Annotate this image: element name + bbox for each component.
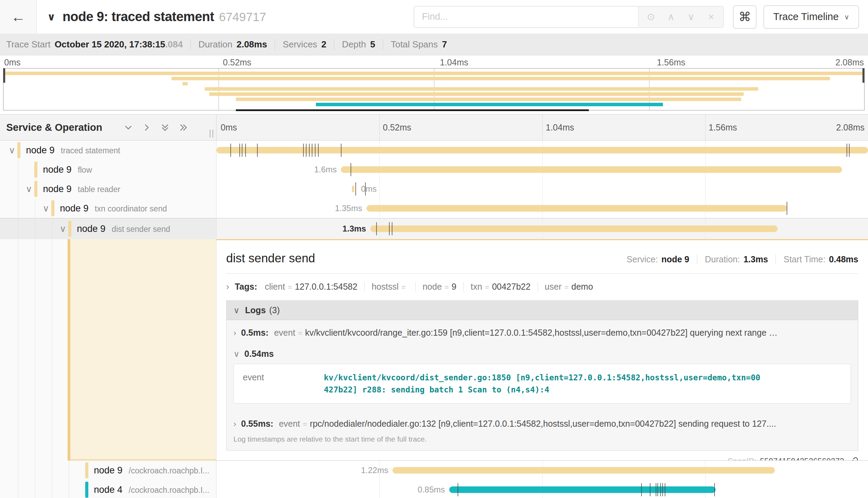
indent-guide bbox=[52, 218, 52, 239]
span-row[interactable]: ∨node 9traced statement bbox=[0, 141, 868, 160]
indent-guide bbox=[35, 199, 35, 218]
span-row[interactable]: ∨node 9table reader0ms bbox=[0, 179, 868, 199]
expand-one-icon[interactable] bbox=[143, 124, 151, 132]
span-row-timeline-cell[interactable]: 1.6ms bbox=[216, 160, 868, 179]
indent-guide bbox=[35, 480, 35, 498]
tag-item[interactable]: user=demo bbox=[545, 282, 593, 292]
span-duration-bar[interactable] bbox=[366, 205, 787, 212]
span-expand-chevron-icon[interactable]: ∨ bbox=[26, 184, 32, 194]
collapse-all-icon[interactable] bbox=[161, 124, 169, 132]
log-marker-tick bbox=[656, 483, 656, 496]
log-marker-tick bbox=[318, 144, 319, 157]
span-row-name-cell[interactable]: ∨node 9dist sender send bbox=[0, 218, 216, 239]
span-duration-bar[interactable] bbox=[449, 487, 716, 493]
minimap-right-handle-icon[interactable] bbox=[862, 68, 865, 83]
logs-label: Logs bbox=[245, 305, 266, 315]
span-duration-bar[interactable] bbox=[341, 166, 842, 173]
timeline-gridline bbox=[542, 179, 543, 199]
summary-value: October 15 2020, 17:38:15 bbox=[55, 39, 165, 50]
logs-header[interactable]: ∨ Logs (3) bbox=[227, 301, 858, 320]
header-controls: ⊙ ∧ ∨ × ⌘ Trace Timeline ∨ bbox=[414, 5, 859, 29]
app-header: ← ∨ node 9: traced statement 6749717 ⊙ ∧… bbox=[0, 0, 868, 34]
span-row-name-cell[interactable]: node 9flow bbox=[0, 160, 216, 179]
span-expand-chevron-icon[interactable]: ∨ bbox=[9, 145, 15, 156]
tag-key: user bbox=[545, 282, 562, 292]
collapse-title-chevron-icon[interactable]: ∨ bbox=[47, 11, 55, 23]
prev-match-icon[interactable]: ∧ bbox=[661, 11, 681, 22]
tag-item[interactable]: hostssl= bbox=[372, 282, 408, 292]
tag-item[interactable]: client=127.0.0.1:54582 bbox=[265, 282, 357, 292]
trace-view-selector-label: Trace Timeline bbox=[773, 11, 839, 22]
meta-label: Duration: bbox=[705, 254, 740, 264]
indent-guide bbox=[69, 480, 69, 498]
column-resize-grip[interactable] bbox=[210, 130, 213, 137]
span-row-timeline-cell[interactable]: 0.85ms bbox=[216, 480, 868, 498]
meta-separator bbox=[697, 255, 697, 264]
span-row-timeline-cell[interactable]: 1.35ms bbox=[216, 199, 868, 218]
indent-guide bbox=[18, 480, 18, 498]
minimap-canvas[interactable] bbox=[3, 68, 865, 110]
back-button[interactable]: ← bbox=[0, 0, 37, 34]
next-match-icon[interactable]: ∨ bbox=[681, 11, 701, 22]
span-row[interactable]: ∨node 9txn coordinator send1.35ms bbox=[0, 199, 868, 218]
log-field-value: kv/kvclient/kvcoord/range_iter.go:159 [n… bbox=[305, 328, 778, 337]
operation-name: flow bbox=[78, 165, 92, 174]
span-duration-bar[interactable] bbox=[352, 186, 354, 192]
collapse-one-icon[interactable] bbox=[124, 124, 132, 132]
span-row-name-cell[interactable]: ∨node 9traced statement bbox=[0, 141, 216, 160]
chevron-down-icon: ∨ bbox=[844, 13, 849, 21]
span-row-label: node 9table reader bbox=[43, 184, 120, 194]
tag-key: hostssl bbox=[372, 282, 399, 292]
span-row-name-cell[interactable]: ∨node 9table reader bbox=[0, 179, 216, 199]
find-input[interactable] bbox=[414, 6, 638, 28]
span-row-timeline-cell[interactable] bbox=[216, 141, 868, 160]
clear-find-icon[interactable]: × bbox=[701, 11, 721, 22]
indent-guide bbox=[18, 179, 18, 199]
summary-item-depth: Depth5 bbox=[342, 39, 375, 50]
log-marker-tick bbox=[847, 144, 847, 157]
minimap-tick-label: 0ms bbox=[4, 57, 20, 67]
expand-all-icon[interactable] bbox=[179, 124, 187, 132]
span-row-timeline-cell[interactable]: 0ms bbox=[216, 179, 868, 199]
service-name: node 9 bbox=[26, 145, 55, 155]
detail-span-meta: Service:node 9Duration:1.3msStart Time:0… bbox=[627, 254, 858, 264]
log-event-detail-box: eventkv/kvclient/kvcoord/dist_sender.go:… bbox=[233, 364, 851, 404]
log-field-equals: = bbox=[298, 329, 302, 337]
trace-view-selector[interactable]: Trace Timeline ∨ bbox=[763, 5, 859, 29]
span-id-label: SpanID: bbox=[728, 457, 756, 461]
timeline-gridline bbox=[705, 179, 706, 199]
tag-item[interactable]: node=9 bbox=[423, 282, 457, 292]
summary-label: Depth bbox=[342, 39, 366, 50]
span-row-name-cell[interactable]: node 4/cockroach.roachpb.I... bbox=[0, 480, 216, 498]
span-row[interactable]: ∨node 9dist sender send1.3ms bbox=[0, 218, 868, 239]
indent-guide bbox=[18, 218, 18, 239]
span-row[interactable]: node 9/cockroach.roachpb.I...1.22ms bbox=[0, 461, 868, 480]
tag-item[interactable]: txn=00427b22 bbox=[471, 282, 531, 292]
span-row-label: node 9dist sender send bbox=[77, 224, 170, 234]
tags-accordion[interactable]: › Tags: client=127.0.0.1:54582hostssl=no… bbox=[226, 281, 858, 292]
log-field-equals: = bbox=[303, 420, 307, 428]
meta-value: 1.3ms bbox=[743, 254, 768, 264]
span-duration-bar[interactable] bbox=[392, 467, 775, 474]
link-icon[interactable] bbox=[849, 457, 858, 461]
tag-key: txn bbox=[471, 282, 482, 292]
span-row[interactable]: node 4/cockroach.roachpb.I...0.85ms bbox=[0, 480, 868, 498]
span-row[interactable]: node 9flow1.6ms bbox=[0, 160, 868, 179]
span-duration-bar[interactable] bbox=[216, 147, 868, 154]
chevron-down-icon: ∨ bbox=[233, 306, 240, 315]
log-marker-tick bbox=[657, 483, 658, 496]
locate-match-icon[interactable]: ⊙ bbox=[641, 11, 661, 22]
span-expand-chevron-icon[interactable]: ∨ bbox=[60, 224, 66, 234]
minimap-left-handle-icon[interactable] bbox=[3, 68, 5, 83]
span-duration-bar[interactable] bbox=[370, 226, 778, 232]
log-entry-row-expanded[interactable]: ∨0.54ms bbox=[227, 341, 858, 360]
log-marker-tick bbox=[660, 483, 661, 496]
log-entry-row[interactable]: ›0.55ms:event=rpc/nodedialer/nodedialer.… bbox=[227, 411, 858, 432]
span-expand-chevron-icon[interactable]: ∨ bbox=[43, 203, 49, 214]
span-row-timeline-cell[interactable]: 1.22ms bbox=[216, 461, 868, 480]
span-row-timeline-cell[interactable]: 1.3ms bbox=[216, 218, 868, 239]
log-entry-row[interactable]: ›0.5ms:event=kv/kvclient/kvcoord/range_i… bbox=[227, 320, 858, 341]
keyboard-shortcuts-button[interactable]: ⌘ bbox=[733, 5, 756, 29]
span-row-name-cell[interactable]: ∨node 9txn coordinator send bbox=[0, 199, 216, 218]
span-row-name-cell[interactable]: node 9/cockroach.roachpb.I... bbox=[0, 461, 216, 480]
